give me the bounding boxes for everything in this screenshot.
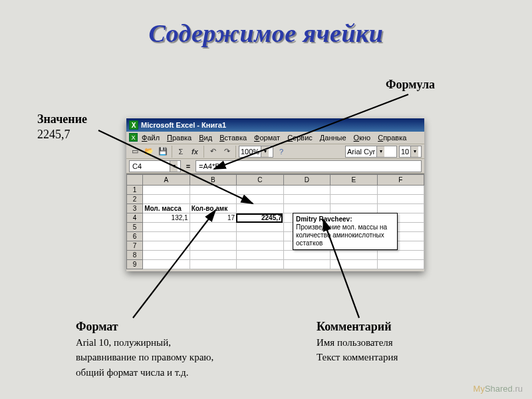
row-header-8[interactable]: 8 xyxy=(127,251,143,260)
watermark-ru: .ru xyxy=(513,384,523,394)
menu-file[interactable]: Файл xyxy=(138,133,163,142)
chevron-down-icon[interactable]: ▾ xyxy=(410,146,418,157)
menu-window[interactable]: Окно xyxy=(350,133,374,142)
help-icon[interactable]: ? xyxy=(275,146,287,158)
redo-icon[interactable]: ↷ xyxy=(221,146,233,158)
menu-view[interactable]: Вид xyxy=(196,133,215,142)
font-size-value: 10 xyxy=(401,148,409,156)
font-combo[interactable]: Arial Cyr ▾ xyxy=(345,146,397,158)
sum-icon[interactable]: Σ xyxy=(175,146,187,158)
chevron-down-icon[interactable]: ▾ xyxy=(170,161,178,172)
excel-app-icon: X xyxy=(129,120,138,130)
titlebar[interactable]: X Microsoft Excel - Книга1 xyxy=(126,118,424,132)
separator xyxy=(172,146,172,158)
menu-insert[interactable]: Вставка xyxy=(216,133,250,142)
row-header-7[interactable]: 7 xyxy=(127,241,143,251)
watermark-shared: Shared xyxy=(485,384,513,394)
slide-title: Содержимое ячейки xyxy=(0,19,532,48)
annotation-format-line3: общий формат числа и т.д. xyxy=(76,367,188,378)
annotation-comment-line1: Имя пользователя xyxy=(317,337,393,348)
watermark-my: My xyxy=(473,384,485,394)
menubar: X Файл Правка Вид Вставка Формат Сервис … xyxy=(126,132,424,144)
annotation-format-label: Формат xyxy=(76,320,118,333)
zoom-combo[interactable]: 100% ▾ xyxy=(239,146,273,158)
menu-edit[interactable]: Правка xyxy=(164,133,195,142)
col-header-D[interactable]: D xyxy=(283,175,330,186)
row-header-3[interactable]: 3 xyxy=(127,204,143,213)
name-box[interactable]: C4 ▾ xyxy=(129,160,181,172)
menu-format[interactable]: Формат xyxy=(251,133,283,142)
comment-author: Dmitry Ravcheev: xyxy=(296,215,394,223)
row-header-9[interactable]: 9 xyxy=(127,260,143,269)
separator xyxy=(235,146,236,158)
row-header-1[interactable]: 1 xyxy=(127,186,143,195)
menu-data[interactable]: Данные xyxy=(317,133,350,142)
annotation-value-label: Значение xyxy=(37,112,87,126)
new-doc-icon[interactable]: ▭ xyxy=(129,146,141,158)
annotation-value: Значение 2245,7 xyxy=(37,112,117,142)
col-header-E[interactable]: E xyxy=(331,175,377,186)
save-icon[interactable]: 💾 xyxy=(157,146,169,158)
formula-input[interactable]: =A4*B4 xyxy=(196,160,422,172)
formula-bar: C4 ▾ = =A4*B4 xyxy=(126,159,424,174)
select-all-corner[interactable] xyxy=(127,175,143,186)
open-icon[interactable]: 📂 xyxy=(143,146,155,158)
row-header-6[interactable]: 6 xyxy=(127,232,143,241)
col-header-F[interactable]: F xyxy=(377,175,424,186)
annotation-comment-line2: Текст комментария xyxy=(317,352,398,362)
cell-B3[interactable]: Кол-во амк xyxy=(190,204,236,213)
chevron-down-icon[interactable]: ▾ xyxy=(376,146,384,157)
annotation-format: Формат Arial 10, полужирный, выравнивани… xyxy=(76,319,249,379)
excel-window: X Microsoft Excel - Книга1 X Файл Правка… xyxy=(126,118,424,271)
font-value: Arial Cyr xyxy=(347,148,375,156)
menu-tools[interactable]: Сервис xyxy=(284,133,316,142)
col-header-C[interactable]: C xyxy=(237,175,283,186)
annotation-format-line2: выравнивание по правому краю, xyxy=(76,352,213,362)
row-header-4[interactable]: 4 xyxy=(127,213,143,223)
window-title: Microsoft Excel - Книга1 xyxy=(141,121,226,129)
col-header-A[interactable]: A xyxy=(143,175,190,186)
worksheet[interactable]: A B C D E F 1 2 3 Мол. масса Кол-во амк … xyxy=(126,174,424,269)
chevron-down-icon[interactable]: ▾ xyxy=(261,146,269,157)
cell-A3[interactable]: Мол. масса xyxy=(143,204,190,213)
watermark: MyShared.ru xyxy=(473,384,523,394)
annotation-value-text: 2245,7 xyxy=(37,128,70,141)
menu-help[interactable]: Справка xyxy=(374,133,410,142)
cell-A4[interactable]: 132,1 xyxy=(143,213,190,223)
annotation-format-line1: Arial 10, полужирный, xyxy=(76,337,171,348)
cell-C4[interactable]: 2245,7 xyxy=(261,214,282,221)
annotation-formula-label: Формула xyxy=(386,78,435,91)
annotation-comment-label: Комментарий xyxy=(317,320,392,333)
zoom-value: 100% xyxy=(241,148,259,156)
row-header-5[interactable]: 5 xyxy=(127,223,143,232)
comment-tooltip: Dmitry Ravcheev: Произведение мол. массы… xyxy=(293,213,398,250)
col-header-B[interactable]: B xyxy=(190,175,236,186)
undo-icon[interactable]: ↶ xyxy=(207,146,219,158)
separator xyxy=(203,146,204,158)
equals-label: = xyxy=(184,162,193,170)
fx-icon[interactable]: fx xyxy=(189,146,201,158)
annotation-formula: Формула xyxy=(386,77,435,92)
name-box-value: C4 xyxy=(132,162,142,170)
annotation-comment: Комментарий Имя пользователя Текст комме… xyxy=(317,319,450,364)
comment-body: Произведение мол. массы на количество ам… xyxy=(296,223,387,247)
workbook-icon: X xyxy=(129,133,138,142)
row-header-2[interactable]: 2 xyxy=(127,195,143,204)
cell-B4[interactable]: 17 xyxy=(190,213,236,223)
font-size-combo[interactable]: 10 ▾ xyxy=(399,146,422,158)
toolbar: ▭ 📂 💾 Σ fx ↶ ↷ 100% ▾ ? Arial Cyr ▾ 10 ▾ xyxy=(126,144,424,159)
formula-text: =A4*B4 xyxy=(199,162,224,170)
